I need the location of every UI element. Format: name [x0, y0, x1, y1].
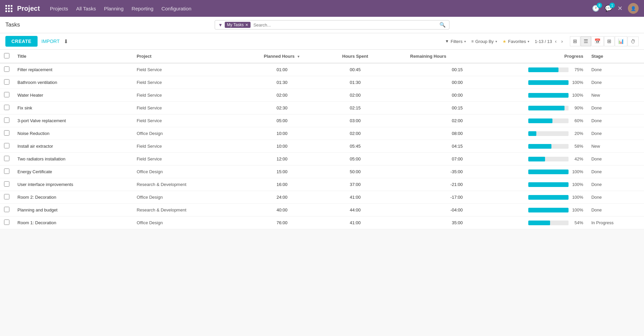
close-icon[interactable]: ✕: [618, 5, 623, 12]
row-checkbox-cell[interactable]: [0, 76, 13, 89]
row-checkbox[interactable]: [4, 220, 9, 225]
row-checkbox[interactable]: [4, 105, 9, 110]
progress-pct: 100%: [571, 182, 583, 187]
nav-projects[interactable]: Projects: [50, 6, 68, 11]
row-title[interactable]: Install air extractor: [13, 140, 132, 153]
row-title[interactable]: Noise Reduction: [13, 127, 132, 140]
pagination-prev[interactable]: ‹: [553, 38, 558, 45]
view-chart-button[interactable]: 📊: [615, 36, 627, 46]
row-title[interactable]: Water Heater: [13, 89, 132, 102]
select-all-header[interactable]: [0, 50, 13, 63]
row-checkbox[interactable]: [4, 92, 9, 97]
row-checkbox[interactable]: [4, 66, 9, 72]
filter-tag-remove[interactable]: ✕: [245, 23, 248, 27]
col-title[interactable]: Title: [13, 50, 132, 63]
row-title[interactable]: Energy Certificate: [13, 165, 132, 178]
row-planned: 02:00: [240, 89, 323, 102]
row-checkbox[interactable]: [4, 194, 9, 199]
view-spreadsheet-button[interactable]: ⊞: [604, 36, 614, 46]
row-checkbox[interactable]: [4, 169, 9, 174]
app-logo: Project: [17, 5, 40, 12]
row-title[interactable]: Filter replacement: [13, 63, 132, 76]
chat-badge[interactable]: 💬 1: [605, 5, 612, 12]
row-checkbox-cell[interactable]: [0, 140, 13, 153]
table-row: Room 1: Decoration Office Design 76:00 4…: [0, 217, 644, 229]
table-row: 3-port Valve replacement Field Service 0…: [0, 114, 644, 127]
nav-links: Projects All Tasks Planning Reporting Co…: [50, 6, 592, 11]
view-calendar-button[interactable]: 📅: [591, 36, 604, 46]
search-input[interactable]: [253, 22, 439, 28]
row-checkbox[interactable]: [4, 79, 9, 85]
row-progress: 100%: [470, 76, 587, 89]
filters-dropdown[interactable]: ▼ Filters ▾: [445, 39, 466, 44]
row-checkbox-cell[interactable]: [0, 89, 13, 102]
row-progress: 20%: [470, 127, 587, 140]
pagination-next[interactable]: ›: [559, 38, 565, 45]
view-list-button[interactable]: ☰: [581, 36, 591, 46]
row-project: Office Design: [132, 165, 240, 178]
row-title[interactable]: Bathroom ventilation: [13, 76, 132, 89]
row-spent: 02:00: [323, 127, 387, 140]
row-checkbox-cell[interactable]: [0, 102, 13, 114]
row-checkbox[interactable]: [4, 130, 9, 136]
progress-bar-fill: [528, 195, 569, 200]
create-button[interactable]: CREATE: [5, 36, 38, 47]
row-stage: Done: [587, 114, 644, 127]
grid-icon[interactable]: [5, 5, 12, 12]
col-stage[interactable]: Stage: [587, 50, 644, 63]
row-title[interactable]: Fix sink: [13, 102, 132, 114]
nav-configuration[interactable]: Configuration: [161, 6, 191, 11]
row-title[interactable]: Room 2: Decoration: [13, 191, 132, 204]
row-checkbox-cell[interactable]: [0, 127, 13, 140]
col-progress[interactable]: Progress: [470, 50, 587, 63]
row-spent: 05:00: [323, 153, 387, 165]
nav-reporting[interactable]: Reporting: [131, 6, 153, 11]
download-button[interactable]: ⬇: [64, 38, 68, 45]
progress-pct: 90%: [571, 105, 583, 110]
row-remaining: -17:00: [387, 191, 470, 204]
row-checkbox[interactable]: [4, 156, 9, 161]
row-checkbox-cell[interactable]: [0, 204, 13, 217]
import-button[interactable]: IMPORT: [42, 39, 60, 44]
row-checkbox-cell[interactable]: [0, 63, 13, 76]
row-checkbox[interactable]: [4, 181, 9, 187]
select-all-checkbox[interactable]: [4, 53, 9, 58]
groupby-dropdown[interactable]: ≡ Group By ▾: [471, 39, 497, 44]
table-row: Planning and budget Research & Developme…: [0, 204, 644, 217]
avatar[interactable]: 👤: [628, 3, 639, 14]
row-checkbox-cell[interactable]: [0, 191, 13, 204]
row-project: Field Service: [132, 153, 240, 165]
col-remaining-hours[interactable]: Remaining Hours: [387, 50, 470, 63]
progress-bar-wrap: [528, 131, 569, 136]
view-clock-button[interactable]: ⏱: [628, 37, 639, 46]
nav-planning[interactable]: Planning: [104, 6, 123, 11]
row-checkbox[interactable]: [4, 207, 9, 212]
col-hours-spent[interactable]: Hours Spent: [323, 50, 387, 63]
progress-bar-wrap: [528, 93, 569, 98]
row-title[interactable]: Two radiators installation: [13, 153, 132, 165]
row-checkbox-cell[interactable]: [0, 153, 13, 165]
row-checkbox-cell[interactable]: [0, 114, 13, 127]
col-project[interactable]: Project: [132, 50, 240, 63]
search-icon[interactable]: 🔍: [439, 22, 446, 28]
row-title[interactable]: User interface improvements: [13, 178, 132, 191]
row-checkbox[interactable]: [4, 117, 9, 123]
row-checkbox[interactable]: [4, 143, 9, 148]
row-title[interactable]: Planning and budget: [13, 204, 132, 217]
right-controls: ▼ Filters ▾ ≡ Group By ▾ ★ Favorites ▾ 1…: [72, 36, 639, 46]
row-title[interactable]: Room 1: Decoration: [13, 217, 132, 229]
favorites-dropdown[interactable]: ★ Favorites ▾: [502, 39, 529, 44]
nav-all-tasks[interactable]: All Tasks: [76, 6, 96, 11]
clock-badge[interactable]: 🕐 8: [592, 5, 599, 12]
col-planned-hours[interactable]: Planned Hours ▼: [240, 50, 323, 63]
row-checkbox-cell[interactable]: [0, 217, 13, 229]
row-spent: 02:15: [323, 102, 387, 114]
row-spent: 03:00: [323, 114, 387, 127]
filter-tag[interactable]: My Tasks ✕: [225, 22, 251, 28]
row-checkbox-cell[interactable]: [0, 178, 13, 191]
pagination-text: 1-13 / 13: [535, 39, 552, 44]
row-title[interactable]: 3-port Valve replacement: [13, 114, 132, 127]
search-bar: ▼ My Tasks ✕ 🔍: [215, 20, 449, 30]
row-checkbox-cell[interactable]: [0, 165, 13, 178]
view-kanban-button[interactable]: ⊞: [570, 36, 580, 46]
